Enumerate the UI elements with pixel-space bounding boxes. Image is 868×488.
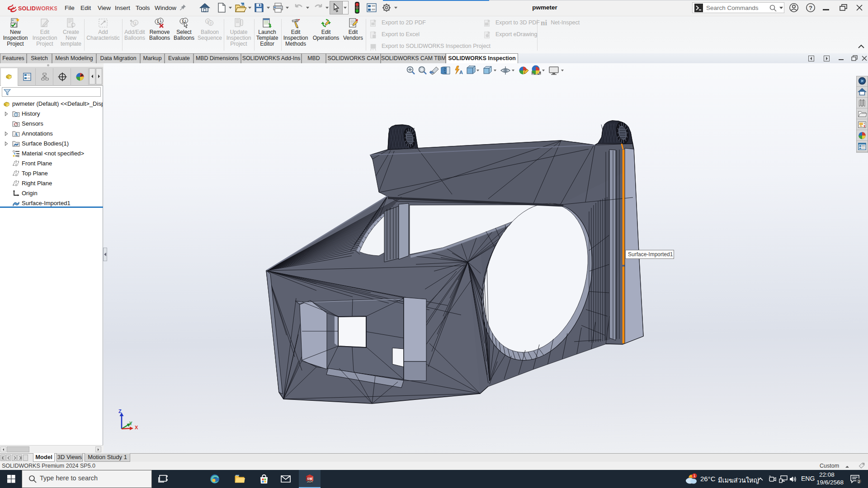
svg-text:Z: Z <box>118 408 122 414</box>
svg-text:X: X <box>135 425 138 430</box>
svg-text:Y: Y <box>129 421 132 426</box>
